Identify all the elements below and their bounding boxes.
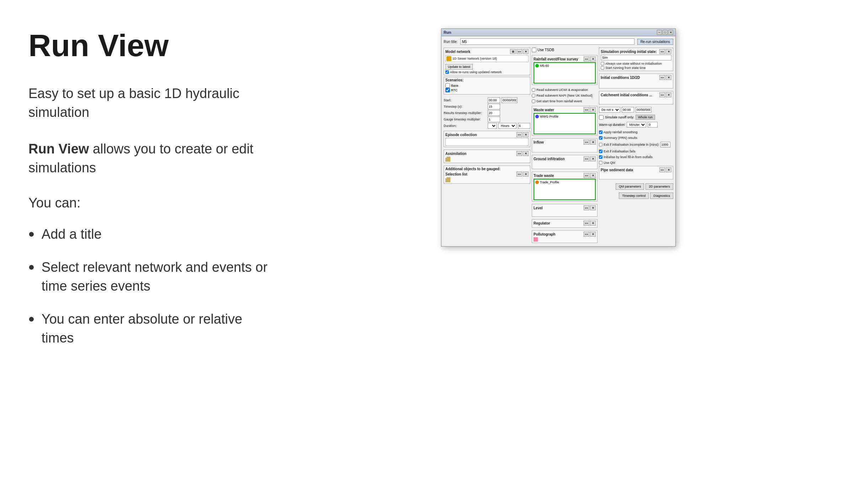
warmup-value-input[interactable] [648, 122, 658, 128]
selection-x-btn[interactable]: ✕ [523, 172, 529, 177]
bullet-list: Add a title Select relevant network and … [28, 225, 277, 348]
use-qm-checkbox[interactable] [599, 161, 602, 164]
simulate-runoff-checkbox[interactable] [599, 115, 604, 120]
pipe-fwd-btn[interactable]: >> [659, 167, 665, 172]
allow-reruns-checkbox[interactable] [445, 70, 449, 74]
exit-init-input[interactable] [660, 142, 670, 147]
timestep-control-button[interactable]: Timestep control [619, 193, 649, 199]
exit-init-checkbox[interactable] [599, 143, 602, 146]
duration-input[interactable] [518, 123, 530, 129]
init-content [601, 81, 671, 87]
catchment-fwd-btn[interactable]: >> [659, 92, 665, 97]
rainfall-fwd-btn[interactable]: >> [584, 56, 589, 61]
regulator-x-btn[interactable]: ✕ [590, 221, 596, 226]
always-use-state-checkbox[interactable] [601, 62, 604, 65]
ground-fwd-btn[interactable]: >> [584, 156, 589, 161]
apply-rainfall-checkbox[interactable] [599, 130, 602, 134]
trade-header: Trade waste >> ✕ [534, 173, 596, 178]
pollutograph-x-btn[interactable]: ✕ [590, 232, 596, 237]
init-level-row: Initialise by level fill-in from outfall… [599, 155, 673, 159]
inflow-x-btn[interactable]: ✕ [590, 140, 596, 145]
main-content: Model network ⊞ >> ✕ 1D Sewer Network (v… [444, 48, 673, 244]
duration-unit-select[interactable]: Hours [498, 123, 516, 129]
network-fwd-btn[interactable]: >> [516, 49, 522, 54]
start-running-row: Start running from state time [601, 66, 671, 70]
gauge-ts-label: Gauge timestep multiplier: [444, 118, 486, 121]
exit-init-fail-checkbox[interactable] [599, 150, 602, 153]
rerun-button[interactable]: Re-run simulations [637, 39, 673, 45]
pollutograph-fwd-btn[interactable]: >> [584, 232, 589, 237]
read-ucwi-checkbox[interactable] [532, 88, 535, 92]
save-date-input[interactable] [636, 107, 652, 113]
scenarios-section: Scenarios: Base RTC [444, 77, 530, 95]
results-ts-label: Results timestep multiplier: [444, 111, 486, 115]
pipe-sediment-header: Pipe sediment data >> ✕ [601, 167, 671, 172]
qm-params-button[interactable]: QM parameters [616, 183, 644, 190]
rainfall-x-btn[interactable]: ✕ [590, 56, 596, 61]
regulator-fwd-btn[interactable]: >> [584, 221, 589, 226]
results-ts-input[interactable] [488, 110, 500, 116]
inflow-content [534, 145, 596, 151]
update-btn[interactable]: Update to latest [445, 64, 473, 70]
additional-header: Additional objects to be gauged: [445, 167, 529, 171]
level-fwd-btn[interactable]: >> [584, 205, 589, 210]
init-level-checkbox[interactable] [599, 155, 602, 159]
inflow-fwd-btn[interactable]: >> [584, 140, 589, 145]
network-icon-btn[interactable]: ⊞ [510, 49, 516, 54]
network-x-btn[interactable]: ✕ [523, 49, 529, 54]
additional-section: Additional objects to be gauged: Selecti… [444, 166, 530, 184]
pipe-x-btn[interactable]: ✕ [666, 167, 671, 172]
ground-x-btn[interactable]: ✕ [590, 156, 596, 161]
read-napi-checkbox[interactable] [532, 94, 535, 97]
duration-type-select[interactable] [488, 123, 497, 129]
trade-fwd-btn[interactable]: >> [584, 173, 589, 178]
pollutograph-icon [534, 237, 538, 242]
base-checkbox[interactable] [445, 83, 450, 88]
left-panel: Run View Easy to set up a basic 1D hydra… [28, 21, 277, 362]
trade-section: Trade waste >> ✕ Trade_Profile [532, 172, 598, 201]
get-start-checkbox[interactable] [532, 99, 535, 103]
start-date-input[interactable] [502, 97, 518, 103]
waste-green-box: WWG Profile [534, 113, 596, 134]
trade-x-btn[interactable]: ✕ [590, 173, 596, 178]
waste-item: WWG Profile [535, 115, 594, 118]
gauge-ts-input[interactable] [488, 117, 500, 122]
timestep-label: Timestep (s): [444, 105, 486, 108]
save-state-select[interactable]: Do not save state [599, 107, 620, 113]
warmup-unit-select[interactable]: Minutes [627, 122, 646, 128]
network-text: 1D Sewer Network (version 18) [452, 57, 497, 60]
start-time-input[interactable] [488, 97, 500, 103]
rtc-checkbox[interactable] [445, 88, 450, 92]
level-x-btn[interactable]: ✕ [590, 205, 596, 210]
assim-fwd-btn[interactable]: >> [516, 151, 522, 156]
diagnostics-button[interactable]: Diagnostics [650, 193, 673, 199]
waste-x-btn[interactable]: ✕ [590, 107, 596, 112]
minimize-button[interactable]: ─ [657, 30, 662, 35]
summary-prn-checkbox[interactable] [599, 136, 602, 140]
window-titlebar: Run ─ □ ✕ [441, 29, 675, 36]
episode-fwd-btn[interactable]: >> [516, 132, 522, 137]
waste-fwd-btn[interactable]: >> [584, 107, 589, 112]
catchment-content [601, 98, 671, 103]
catchment-x-btn[interactable]: ✕ [666, 92, 671, 97]
timestep-input[interactable] [488, 104, 500, 109]
sim-x-btn[interactable]: ✕ [666, 49, 671, 54]
allow-reruns-label: Allow re-runs using updated network [450, 70, 502, 74]
whole-run-button[interactable]: Whole run [636, 115, 655, 120]
close-button[interactable]: ✕ [668, 30, 673, 35]
save-time-input[interactable] [622, 107, 634, 113]
use-tsdb-checkbox[interactable] [532, 48, 536, 52]
start-running-checkbox[interactable] [601, 66, 604, 70]
init-x-btn[interactable]: ✕ [666, 75, 671, 80]
init-fwd-btn[interactable]: >> [659, 75, 665, 80]
sim-fwd-btn[interactable]: >> [659, 49, 665, 54]
2d-params-button[interactable]: 2D parameters [645, 183, 673, 190]
always-use-state-row: Always use state without re-initialisati… [601, 62, 671, 65]
assim-x-btn[interactable]: ✕ [523, 151, 529, 156]
list-item: Select relevant network and events or ti… [28, 258, 277, 296]
sim-input[interactable] [601, 55, 671, 60]
selection-fwd-btn[interactable]: >> [516, 172, 522, 177]
maximize-button[interactable]: □ [663, 30, 668, 35]
episode-x-btn[interactable]: ✕ [523, 132, 529, 137]
run-title-input[interactable] [460, 38, 634, 45]
